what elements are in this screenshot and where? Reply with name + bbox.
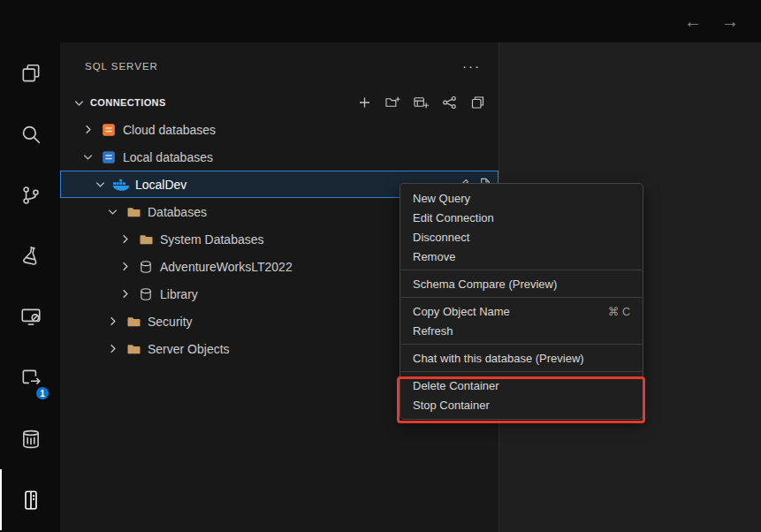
- activity-item-remote-explorer[interactable]: [0, 286, 60, 347]
- chevron-right-icon[interactable]: [118, 287, 134, 301]
- activity-item-source-control[interactable]: [0, 164, 60, 225]
- menu-separator: [401, 270, 642, 270]
- menu-separator: [401, 297, 642, 298]
- activity-item-sql-server[interactable]: [0, 469, 60, 530]
- menu-separator: [401, 344, 642, 345]
- menu-item-chat-with-database[interactable]: Chat with this database (Preview): [400, 348, 643, 368]
- menu-item-label: Refresh: [413, 324, 453, 338]
- connections-label: CONNECTIONS: [90, 97, 166, 108]
- monitor-slash-icon: [19, 306, 42, 329]
- sidebar-header: SQL SERVER ···: [60, 42, 498, 89]
- page-title: SQL SERVER: [85, 61, 158, 72]
- menu-item-schema-compare[interactable]: Schema Compare (Preview): [400, 274, 643, 293]
- menu-item-new-query[interactable]: New Query: [400, 188, 643, 208]
- back-arrow-icon[interactable]: ←: [681, 12, 704, 30]
- tree-item-label: Security: [148, 315, 193, 329]
- barrel-container-icon: [19, 428, 42, 451]
- menu-item-edit-connection[interactable]: Edit Connection: [400, 208, 643, 227]
- activity-item-search[interactable]: [0, 103, 60, 164]
- more-actions-icon[interactable]: ···: [462, 59, 481, 72]
- tree-item-label: Local databases: [123, 150, 213, 164]
- chevron-down-icon[interactable]: [106, 205, 122, 219]
- folder-icon: [124, 204, 143, 220]
- menu-item-refresh[interactable]: Refresh: [400, 321, 643, 340]
- folder-icon: [124, 314, 143, 330]
- chevron-down-icon[interactable]: [72, 95, 88, 110]
- chevron-down-icon[interactable]: [94, 178, 110, 192]
- folder-icon: [136, 232, 156, 247]
- tree-item-label: LocalDev: [135, 178, 186, 192]
- activity-item-testing[interactable]: [0, 225, 60, 286]
- chevron-down-icon[interactable]: [81, 150, 97, 164]
- menu-item-label: Delete Container: [413, 379, 499, 392]
- chevron-right-icon[interactable]: [106, 315, 122, 329]
- new-server-group-icon[interactable]: [412, 95, 430, 110]
- folder-icon: [124, 341, 143, 357]
- docker-whale-icon: [111, 177, 131, 193]
- menu-item-copy-object-name[interactable]: Copy Object Name ⌘ C: [400, 301, 643, 321]
- menu-item-stop-container[interactable]: Stop Container: [400, 395, 643, 414]
- tree-item-label: Cloud databases: [123, 123, 216, 137]
- menu-item-delete-container[interactable]: Delete Container: [400, 376, 643, 395]
- search-icon: [19, 123, 42, 146]
- menu-item-label: Copy Object Name: [413, 305, 510, 318]
- chevron-right-icon[interactable]: [118, 260, 134, 274]
- new-connection-group-icon[interactable]: [384, 95, 401, 110]
- menu-item-disconnect[interactable]: Disconnect: [400, 227, 643, 247]
- tree-item-label: Library: [160, 287, 198, 301]
- files-copy-icon: [19, 62, 42, 85]
- collapse-all-icon[interactable]: [468, 95, 486, 110]
- menu-item-label: Chat with this database (Preview): [413, 352, 584, 365]
- add-connection-icon[interactable]: [355, 95, 373, 110]
- activity-item-extensions[interactable]: 1: [0, 347, 60, 408]
- tree-item-local-databases[interactable]: Local databases: [60, 143, 498, 171]
- tree-item-label: AdventureWorksLT2022: [160, 260, 293, 274]
- database-icon: [136, 259, 156, 275]
- vscode-window: ← →: [0, 0, 761, 532]
- menu-item-label: Edit Connection: [413, 211, 494, 224]
- menu-item-label: New Query: [413, 192, 470, 205]
- menu-separator: [401, 371, 642, 372]
- chevron-right-icon[interactable]: [81, 123, 97, 137]
- menu-item-label: Remove: [413, 250, 455, 263]
- context-menu: New Query Edit Connection Disconnect Rem…: [400, 183, 643, 420]
- database-server-icon: [19, 489, 42, 512]
- cloud-databases-icon: [99, 122, 118, 138]
- connect-network-icon[interactable]: [440, 95, 458, 110]
- flask-icon: [18, 242, 45, 270]
- chevron-right-icon[interactable]: [106, 342, 122, 356]
- keyboard-shortcut: ⌘ C: [608, 305, 630, 318]
- tree-item-label: Server Objects: [148, 342, 230, 356]
- menu-item-label: Stop Container: [413, 399, 490, 412]
- activity-bar: 1: [0, 42, 60, 532]
- tree-item-label: Databases: [148, 205, 207, 219]
- forward-arrow-icon[interactable]: →: [719, 12, 742, 30]
- source-control-icon: [19, 184, 42, 207]
- tree-item-label: System Databases: [160, 232, 264, 247]
- menu-item-remove[interactable]: Remove: [400, 247, 643, 266]
- database-icon: [136, 286, 156, 302]
- connections-section-header[interactable]: CONNECTIONS: [60, 89, 498, 116]
- connections-toolbar: [355, 95, 486, 110]
- status-badge: 1: [34, 385, 50, 401]
- menu-item-label: Schema Compare (Preview): [413, 277, 557, 291]
- local-databases-icon: [99, 149, 118, 165]
- activity-item-containers[interactable]: [0, 408, 60, 469]
- chevron-right-icon[interactable]: [118, 232, 134, 247]
- tree-item-cloud-databases[interactable]: Cloud databases: [60, 116, 498, 143]
- title-bar: ← →: [0, 0, 761, 42]
- activity-item-explorer[interactable]: [0, 42, 60, 103]
- menu-item-label: Disconnect: [413, 231, 469, 244]
